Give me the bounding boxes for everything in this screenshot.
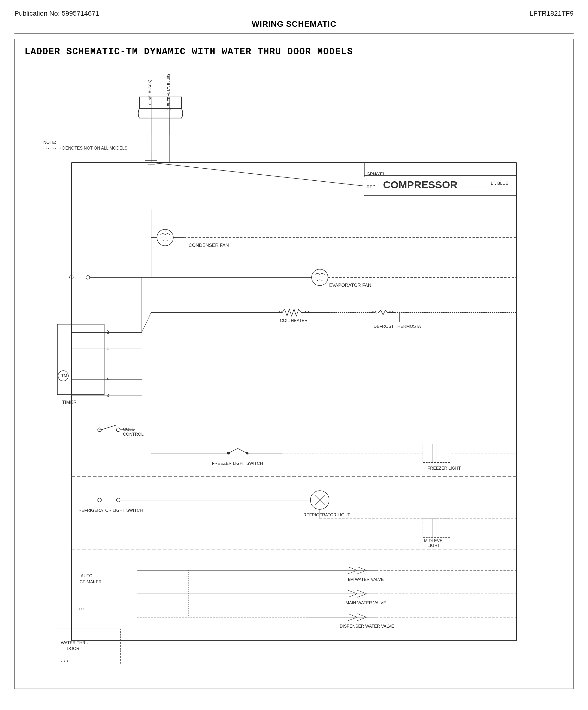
svg-line-70 xyxy=(142,313,151,333)
svg-text:RED: RED xyxy=(367,185,376,189)
svg-text:EVAPORATOR FAN: EVAPORATOR FAN xyxy=(329,283,371,288)
svg-text:3: 3 xyxy=(107,393,109,398)
svg-text:COMPRESSOR: COMPRESSOR xyxy=(383,179,458,190)
svg-text:MAIN WATER VALVE: MAIN WATER VALVE xyxy=(345,600,386,605)
schematic-container: LADDER SCHEMATIC-TM DYNAMIC WITH WATER T… xyxy=(15,39,573,689)
svg-point-34 xyxy=(312,269,328,286)
svg-text:GRN/YEL: GRN/YEL xyxy=(367,172,385,176)
svg-text:↕↕↕: ↕↕↕ xyxy=(78,607,84,611)
publication-number: Publication No: 5995714671 xyxy=(15,9,99,17)
svg-text:DISPENSER WATER VALVE: DISPENSER WATER VALVE xyxy=(340,624,394,629)
svg-point-94 xyxy=(116,498,120,502)
svg-text:MIDLEVEL: MIDLEVEL xyxy=(424,538,445,543)
svg-text:TM: TM xyxy=(61,373,67,378)
svg-point-26 xyxy=(157,229,173,246)
svg-text:ICE MAKER: ICE MAKER xyxy=(78,579,102,584)
svg-text:WATER THRU: WATER THRU xyxy=(61,640,88,645)
svg-text:· · · · · · · - DENOTES NOT ON: · · · · · · · - DENOTES NOT ON ALL MODEL… xyxy=(43,146,127,150)
svg-text:>>: >> xyxy=(389,309,394,315)
svg-text:FREEZER LIGHT SWITCH: FREEZER LIGHT SWITCH xyxy=(212,461,263,466)
svg-line-75 xyxy=(101,425,116,430)
svg-rect-113 xyxy=(76,561,137,608)
svg-point-36 xyxy=(86,276,90,279)
svg-text:CONDENSER FAN: CONDENSER FAN xyxy=(189,242,229,248)
svg-text:>>: >> xyxy=(304,309,310,315)
svg-text:<<: << xyxy=(371,309,377,315)
svg-point-80 xyxy=(227,452,230,454)
svg-text:NOTE:: NOTE: xyxy=(43,140,56,145)
svg-text:LT. BLUE: LT. BLUE xyxy=(491,181,508,186)
svg-text:CONTROL: CONTROL xyxy=(123,432,144,436)
svg-text:<<: << xyxy=(278,309,283,315)
svg-text:DOOR: DOOR xyxy=(67,646,79,651)
svg-text:REFRIGERATOR LIGHT: REFRIGERATOR LIGHT xyxy=(303,513,350,517)
svg-rect-56 xyxy=(57,324,104,395)
svg-text:TIMER: TIMER xyxy=(62,400,77,405)
svg-text:AUTO: AUTO xyxy=(81,573,93,578)
svg-text:2: 2 xyxy=(107,330,109,334)
svg-text:↕ ↕ ↕: ↕ ↕ ↕ xyxy=(61,659,69,663)
diagram-area: NOTE: · · · · · · · - DENOTES NOT ON ALL… xyxy=(25,64,563,678)
svg-text:COIL HEATER: COIL HEATER xyxy=(280,318,308,323)
svg-text:1: 1 xyxy=(107,346,109,351)
svg-text:DEFROST THERMOSTAT: DEFROST THERMOSTAT xyxy=(374,324,423,329)
page-title: WIRING SCHEMATIC xyxy=(15,19,573,29)
svg-line-19 xyxy=(151,163,364,186)
model-number: LFTR1821TF9 xyxy=(530,9,573,17)
svg-text:I/M WATER VALVE: I/M WATER VALVE xyxy=(348,577,384,582)
svg-text:LIGHT: LIGHT xyxy=(427,543,440,548)
svg-text:COLD: COLD xyxy=(123,427,135,432)
svg-text:FREEZER LIGHT: FREEZER LIGHT xyxy=(427,466,461,471)
svg-point-93 xyxy=(98,498,102,502)
svg-text:REFRIGERATOR LIGHT SWITCH: REFRIGERATOR LIGHT SWITCH xyxy=(78,508,143,513)
svg-point-72 xyxy=(116,428,120,432)
svg-text:4: 4 xyxy=(107,377,109,381)
schematic-title: LADDER SCHEMATIC-TM DYNAMIC WITH WATER T… xyxy=(25,46,563,57)
